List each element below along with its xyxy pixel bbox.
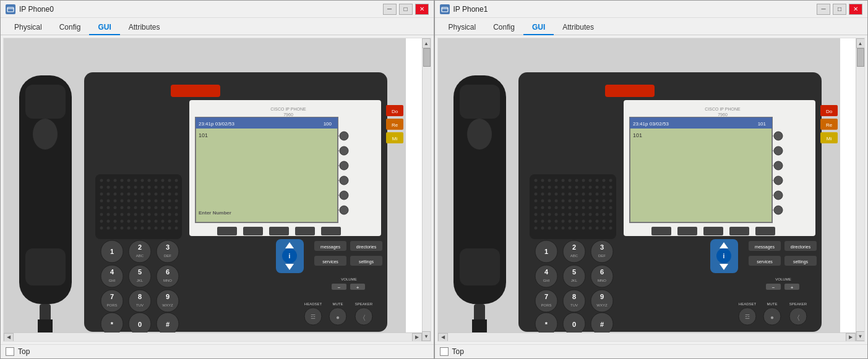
svg-point-103 [100,179,103,182]
svg-point-126 [175,186,178,189]
svg-point-128 [107,193,110,196]
scroll-up-button[interactable]: ▲ [856,38,865,48]
svg-point-360 [602,206,605,209]
svg-point-182 [148,220,151,223]
phone-svg: CISCO IP PHONE 7960 23:41p 03/02/53 100 … [4,38,406,342]
svg-point-373 [609,213,612,216]
tab-physical[interactable]: Physical [6,20,51,35]
svg-text:HEADSET: HEADSET [304,302,322,306]
tab-config[interactable]: Config [51,20,90,35]
close-button[interactable]: ✕ [415,4,429,15]
svg-text:Mi: Mi [392,136,398,141]
svg-text:23:41p 03/02/53: 23:41p 03/02/53 [633,121,669,127]
minimize-button[interactable]: ─ [383,4,397,15]
svg-text:2: 2 [572,243,575,251]
svg-text:101: 101 [633,132,642,138]
scrollbar-horizontal[interactable]: ◀ ▶ [4,332,422,341]
svg-point-339 [541,200,544,203]
content-area: CISCO IP PHONE 7960 23:41p 03/02/53 101 … [437,38,866,342]
svg-point-349 [609,200,612,203]
scroll-down-button[interactable]: ▼ [856,331,865,341]
tab-gui[interactable]: GUI [523,20,554,35]
svg-point-169 [141,213,144,216]
maximize-button[interactable]: □ [833,4,846,15]
svg-point-185 [168,220,171,223]
scrollbar-vertical[interactable]: ▲ ▼ [422,38,431,341]
scrollbar-horizontal[interactable]: ◀ ▶ [438,332,856,341]
svg-point-367 [568,213,571,216]
svg-point-111 [155,179,158,182]
svg-text:GHI: GHI [543,279,549,282]
tab-config[interactable]: Config [484,20,523,35]
svg-point-107 [127,179,131,182]
svg-point-147 [155,200,158,203]
svg-point-337 [609,193,612,196]
scroll-thumb-v[interactable] [423,48,431,67]
svg-text:1: 1 [110,248,114,255]
scroll-up-button[interactable]: ▲ [422,38,431,48]
tab-attributes[interactable]: Attributes [554,20,603,35]
close-button[interactable]: ✕ [849,4,862,15]
svg-point-171 [155,213,158,216]
top-checkbox[interactable] [6,347,14,356]
scroll-down-button[interactable]: ▼ [422,331,431,341]
svg-point-222 [774,176,783,185]
maximize-button[interactable]: □ [399,4,413,15]
svg-point-377 [554,220,557,223]
svg-point-354 [561,206,564,209]
svg-point-139 [100,200,103,203]
tab-attributes[interactable]: Attributes [120,20,169,35]
tab-gui[interactable]: GUI [89,20,119,35]
top-checkbox[interactable] [440,347,449,356]
window-title: IP Phone0 [19,5,383,14]
svg-point-351 [541,206,544,209]
svg-point-144 [134,200,137,203]
scroll-track-v [423,48,431,331]
scroll-track-v [856,48,864,331]
svg-point-348 [602,200,605,203]
scroll-left-button[interactable]: ◀ [438,333,448,342]
svg-text:7: 7 [544,293,548,300]
svg-rect-237 [651,227,671,235]
svg-text:7: 7 [110,293,114,300]
svg-text:DEF: DEF [164,254,171,258]
svg-text:messages: messages [320,245,340,250]
svg-point-196 [161,227,165,230]
svg-text:Do: Do [392,109,398,114]
scroll-left-button[interactable]: ◀ [4,333,14,342]
svg-point-324 [602,186,605,189]
scrollbar-vertical[interactable]: ▲ ▼ [856,38,864,341]
svg-text:services: services [322,260,338,264]
svg-point-331 [568,193,571,196]
svg-point-397 [609,227,612,230]
svg-point-195 [155,227,158,230]
svg-text:101: 101 [199,132,208,138]
svg-text:8: 8 [138,293,142,300]
svg-point-378 [561,220,564,223]
svg-point-357 [582,206,585,209]
scroll-right-button[interactable]: ▶ [846,333,856,342]
svg-point-376 [548,220,551,223]
scroll-right-button[interactable]: ▶ [412,333,422,342]
tab-physical[interactable]: Physical [440,20,485,35]
minimize-button[interactable]: ─ [817,4,830,15]
svg-point-161 [168,206,171,209]
svg-point-118 [121,186,124,189]
svg-rect-239 [703,227,723,235]
svg-point-23 [340,176,348,185]
svg-point-108 [134,179,137,182]
svg-rect-0 [7,7,14,12]
svg-point-194 [148,227,151,230]
svg-rect-241 [755,227,775,235]
svg-point-327 [541,193,544,196]
scroll-thumb-v[interactable] [857,48,864,67]
svg-text:TUV: TUV [570,303,578,307]
svg-point-374 [534,220,537,223]
svg-text:−: − [338,285,341,290]
svg-point-24 [340,191,348,200]
svg-point-129 [114,193,117,196]
svg-point-133 [141,193,144,196]
svg-point-180 [134,220,137,223]
top-label: Top [452,347,464,356]
svg-text:directories: directories [356,245,377,249]
